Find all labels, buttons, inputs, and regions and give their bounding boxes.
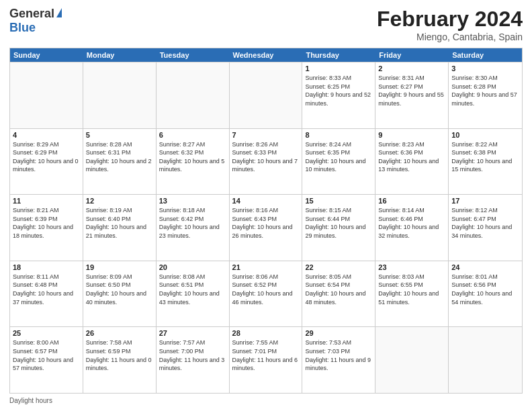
day-info: Sunrise: 8:06 AMSunset: 6:52 PMDaylight:…: [232, 273, 300, 306]
footer: Daylight hours: [9, 397, 523, 404]
day-cell-0-3: [230, 62, 303, 128]
day-number: 18: [13, 263, 80, 271]
day-cell-1-4: 8Sunrise: 8:24 AMSunset: 6:35 PMDaylight…: [302, 129, 375, 195]
day-cell-4-1: 26Sunrise: 7:58 AMSunset: 6:59 PMDayligh…: [83, 327, 157, 393]
day-cell-1-1: 5Sunrise: 8:28 AMSunset: 6:31 PMDaylight…: [83, 129, 157, 195]
day-info: Sunrise: 8:23 AMSunset: 6:36 PMDaylight:…: [378, 140, 445, 174]
week-row-1: 1Sunrise: 8:33 AMSunset: 6:25 PMDaylight…: [10, 62, 522, 128]
day-cell-1-0: 4Sunrise: 8:29 AMSunset: 6:29 PMDaylight…: [10, 129, 83, 195]
day-info: Sunrise: 8:18 AMSunset: 6:42 PMDaylight:…: [159, 206, 226, 240]
day-number: 24: [451, 263, 519, 271]
day-number: 1: [305, 64, 372, 73]
week-row-4: 18Sunrise: 8:11 AMSunset: 6:48 PMDayligh…: [10, 261, 522, 327]
day-number: 15: [305, 197, 372, 205]
day-cell-0-2: [157, 62, 230, 128]
day-info: Sunrise: 8:26 AMSunset: 6:33 PMDaylight:…: [232, 140, 300, 174]
day-info: Sunrise: 8:11 AMSunset: 6:48 PMDaylight:…: [13, 273, 80, 306]
day-info: Sunrise: 7:53 AMSunset: 7:03 PMDaylight:…: [305, 338, 372, 372]
day-number: 22: [305, 263, 372, 271]
day-number: 23: [378, 263, 445, 271]
week-row-2: 4Sunrise: 8:29 AMSunset: 6:29 PMDaylight…: [10, 128, 522, 195]
day-info: Sunrise: 8:05 AMSunset: 6:54 PMDaylight:…: [305, 273, 372, 306]
day-cell-0-6: 3Sunrise: 8:30 AMSunset: 6:28 PMDaylight…: [449, 62, 522, 128]
day-cell-0-4: 1Sunrise: 8:33 AMSunset: 6:25 PMDaylight…: [302, 62, 375, 128]
day-info: Sunrise: 8:15 AMSunset: 6:44 PMDaylight:…: [305, 206, 372, 240]
calendar-body: 1Sunrise: 8:33 AMSunset: 6:25 PMDaylight…: [10, 62, 522, 393]
day-cell-3-5: 23Sunrise: 8:03 AMSunset: 6:55 PMDayligh…: [375, 261, 449, 327]
day-info: Sunrise: 8:31 AMSunset: 6:27 PMDaylight:…: [378, 74, 445, 107]
day-info: Sunrise: 8:08 AMSunset: 6:51 PMDaylight:…: [159, 273, 226, 306]
day-cell-2-4: 15Sunrise: 8:15 AMSunset: 6:44 PMDayligh…: [302, 195, 375, 261]
logo-text: General: [9, 7, 62, 21]
day-cell-2-2: 13Sunrise: 8:18 AMSunset: 6:42 PMDayligh…: [157, 195, 230, 261]
day-cell-3-6: 24Sunrise: 8:01 AMSunset: 6:56 PMDayligh…: [449, 261, 522, 327]
day-info: Sunrise: 7:58 AMSunset: 6:59 PMDaylight:…: [86, 338, 153, 372]
day-number: 19: [86, 263, 153, 271]
logo-triangle-icon: [56, 8, 62, 17]
day-number: 7: [232, 131, 300, 139]
day-cell-4-3: 28Sunrise: 7:55 AMSunset: 7:01 PMDayligh…: [230, 327, 303, 393]
day-number: 12: [86, 197, 153, 205]
day-number: 17: [451, 197, 519, 205]
calendar-header: SundayMondayTuesdayWednesdayThursdayFrid…: [10, 48, 522, 62]
day-cell-4-0: 25Sunrise: 8:00 AMSunset: 6:57 PMDayligh…: [10, 327, 83, 393]
day-info: Sunrise: 8:19 AMSunset: 6:40 PMDaylight:…: [86, 206, 153, 240]
day-cell-3-3: 21Sunrise: 8:06 AMSunset: 6:52 PMDayligh…: [230, 261, 303, 327]
day-cell-3-2: 20Sunrise: 8:08 AMSunset: 6:51 PMDayligh…: [157, 261, 230, 327]
day-cell-4-5: [375, 327, 449, 393]
header-day-thursday: Thursday: [302, 48, 375, 62]
day-info: Sunrise: 8:03 AMSunset: 6:55 PMDaylight:…: [378, 273, 445, 306]
header-day-tuesday: Tuesday: [157, 48, 230, 62]
header-day-monday: Monday: [83, 48, 157, 62]
logo-general: General: [9, 7, 54, 21]
day-number: 13: [159, 197, 226, 205]
day-number: 25: [13, 329, 80, 337]
day-info: Sunrise: 8:24 AMSunset: 6:35 PMDaylight:…: [305, 140, 372, 174]
main-title: February 2024: [377, 7, 523, 32]
day-number: 11: [13, 197, 80, 205]
day-cell-0-0: [10, 62, 83, 128]
day-info: Sunrise: 8:22 AMSunset: 6:38 PMDaylight:…: [451, 140, 519, 174]
day-cell-2-0: 11Sunrise: 8:21 AMSunset: 6:39 PMDayligh…: [10, 195, 83, 261]
day-cell-3-1: 19Sunrise: 8:09 AMSunset: 6:50 PMDayligh…: [83, 261, 157, 327]
day-number: 14: [232, 197, 300, 205]
subtitle: Miengo, Cantabria, Spain: [377, 32, 523, 42]
header-day-friday: Friday: [375, 48, 449, 62]
day-number: 5: [86, 131, 153, 139]
day-number: 20: [159, 263, 226, 271]
day-info: Sunrise: 8:33 AMSunset: 6:25 PMDaylight:…: [305, 74, 372, 107]
day-number: 27: [159, 329, 226, 337]
day-cell-0-1: [83, 62, 157, 128]
day-info: Sunrise: 8:21 AMSunset: 6:39 PMDaylight:…: [13, 206, 80, 240]
day-info: Sunrise: 8:14 AMSunset: 6:46 PMDaylight:…: [378, 206, 445, 240]
header-day-sunday: Sunday: [10, 48, 83, 62]
daylight-label: Daylight hours: [9, 397, 52, 404]
day-number: 10: [451, 131, 519, 139]
day-cell-2-6: 17Sunrise: 8:12 AMSunset: 6:47 PMDayligh…: [449, 195, 522, 261]
day-number: 29: [305, 329, 372, 337]
day-info: Sunrise: 8:30 AMSunset: 6:28 PMDaylight:…: [451, 74, 519, 107]
day-info: Sunrise: 8:28 AMSunset: 6:31 PMDaylight:…: [86, 140, 153, 174]
day-cell-2-3: 14Sunrise: 8:16 AMSunset: 6:43 PMDayligh…: [230, 195, 303, 261]
day-info: Sunrise: 8:09 AMSunset: 6:50 PMDaylight:…: [86, 273, 153, 306]
day-info: Sunrise: 7:57 AMSunset: 7:00 PMDaylight:…: [159, 338, 226, 372]
week-row-5: 25Sunrise: 8:00 AMSunset: 6:57 PMDayligh…: [10, 326, 522, 393]
day-info: Sunrise: 8:16 AMSunset: 6:43 PMDaylight:…: [232, 206, 300, 240]
day-number: 21: [232, 263, 300, 271]
header-day-saturday: Saturday: [449, 48, 522, 62]
day-number: 16: [378, 197, 445, 205]
day-cell-1-6: 10Sunrise: 8:22 AMSunset: 6:38 PMDayligh…: [449, 129, 522, 195]
day-cell-4-4: 29Sunrise: 7:53 AMSunset: 7:03 PMDayligh…: [302, 327, 375, 393]
day-cell-2-1: 12Sunrise: 8:19 AMSunset: 6:40 PMDayligh…: [83, 195, 157, 261]
week-row-3: 11Sunrise: 8:21 AMSunset: 6:39 PMDayligh…: [10, 194, 522, 261]
day-number: 6: [159, 131, 226, 139]
day-cell-1-2: 6Sunrise: 8:27 AMSunset: 6:32 PMDaylight…: [157, 129, 230, 195]
day-cell-3-0: 18Sunrise: 8:11 AMSunset: 6:48 PMDayligh…: [10, 261, 83, 327]
day-cell-2-5: 16Sunrise: 8:14 AMSunset: 6:46 PMDayligh…: [375, 195, 449, 261]
day-info: Sunrise: 8:01 AMSunset: 6:56 PMDaylight:…: [451, 273, 519, 306]
day-cell-1-3: 7Sunrise: 8:26 AMSunset: 6:33 PMDaylight…: [230, 129, 303, 195]
day-number: 2: [378, 64, 445, 73]
day-number: 9: [378, 131, 445, 139]
day-cell-0-5: 2Sunrise: 8:31 AMSunset: 6:27 PMDaylight…: [375, 62, 449, 128]
day-number: 3: [451, 64, 519, 73]
